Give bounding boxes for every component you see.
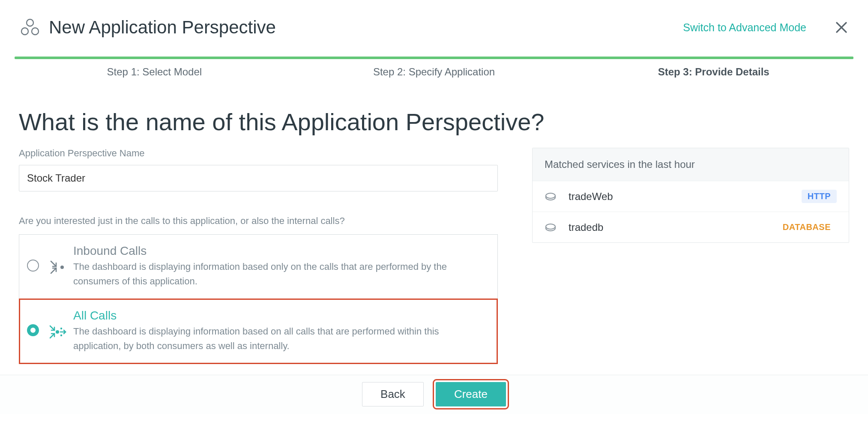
wizard-footer: Back Create <box>0 375 868 414</box>
wizard-step-2[interactable]: Step 2: Specify Application <box>294 63 574 81</box>
svg-point-14 <box>546 193 555 198</box>
svg-point-7 <box>60 266 64 269</box>
calls-scope-question: Are you interested just in the calls to … <box>19 215 498 227</box>
svg-point-1 <box>21 28 28 35</box>
wizard-progress-bar <box>15 57 853 59</box>
svg-point-2 <box>32 28 39 35</box>
option-inbound-desc: The dashboard is displaying information … <box>73 260 487 289</box>
service-icon <box>545 223 557 232</box>
create-button[interactable]: Create <box>436 382 506 406</box>
option-all-calls[interactable]: All Calls The dashboard is displaying in… <box>19 299 497 364</box>
back-button[interactable]: Back <box>362 382 424 406</box>
option-all-desc: The dashboard is displaying information … <box>73 324 487 353</box>
perspective-name-input[interactable] <box>19 165 498 191</box>
option-inbound-calls[interactable]: Inbound Calls The dashboard is displayin… <box>19 235 497 299</box>
switch-mode-link[interactable]: Switch to Advanced Mode <box>683 21 806 34</box>
calls-inbound-icon <box>48 259 67 276</box>
svg-line-9 <box>50 334 54 338</box>
service-row[interactable]: tradedb DATABASE <box>533 212 849 242</box>
svg-point-0 <box>27 19 33 26</box>
wizard-step-1[interactable]: Step 1: Select Model <box>15 63 294 81</box>
svg-point-15 <box>546 224 555 229</box>
service-name: tradedb <box>569 221 777 233</box>
dialog-header: New Application Perspective Switch to Ad… <box>0 0 868 57</box>
svg-point-13 <box>60 335 62 336</box>
perspective-icon <box>19 18 41 37</box>
wizard-step-3[interactable]: Step 3: Provide Details <box>574 63 853 81</box>
calls-all-icon <box>48 323 67 340</box>
name-field-label: Application Perspective Name <box>19 148 498 159</box>
dialog-title: New Application Perspective <box>49 17 276 38</box>
close-icon[interactable] <box>834 20 849 35</box>
wizard-steps: Step 1: Select Model Step 2: Specify App… <box>15 63 853 81</box>
svg-line-6 <box>51 268 56 273</box>
matched-services-title: Matched services in the last hour <box>533 148 849 181</box>
svg-point-11 <box>56 330 59 334</box>
svg-point-12 <box>60 328 62 329</box>
matched-services-panel: Matched services in the last hour tradeW… <box>532 148 849 243</box>
radio-unchecked-icon[interactable] <box>27 260 39 272</box>
svg-line-8 <box>50 326 54 330</box>
service-row[interactable]: tradeWeb HTTP <box>533 181 849 212</box>
service-icon <box>545 192 557 201</box>
svg-line-5 <box>51 261 56 266</box>
service-type-badge: HTTP <box>802 190 837 203</box>
option-all-title: All Calls <box>73 309 487 323</box>
page-question-heading: What is the name of this Application Per… <box>19 108 849 136</box>
radio-checked-icon[interactable] <box>27 324 39 336</box>
calls-scope-options: Inbound Calls The dashboard is displayin… <box>19 234 498 364</box>
service-type-badge: DATABASE <box>777 221 837 234</box>
option-inbound-title: Inbound Calls <box>73 244 487 258</box>
service-name: tradeWeb <box>569 191 802 203</box>
